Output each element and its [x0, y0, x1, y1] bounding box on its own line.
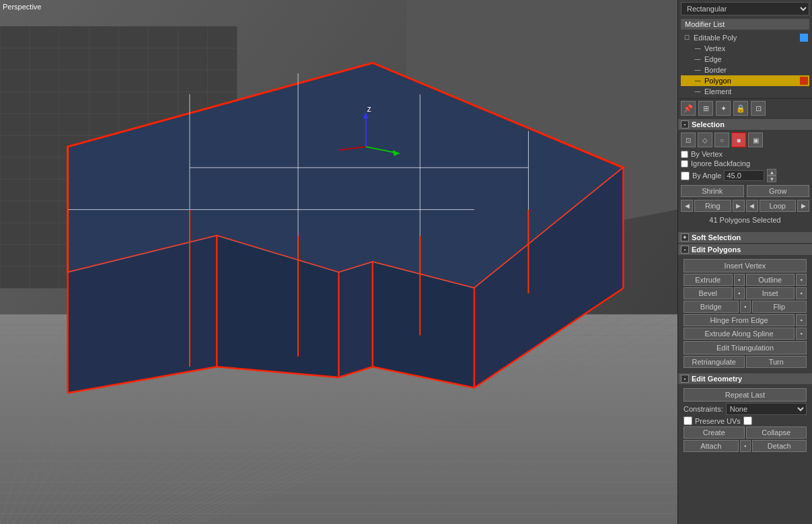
toolbar: 📌 ⊞ ✦ 🔒 ⊡	[678, 98, 812, 118]
bridge-button[interactable]: Bridge	[684, 301, 739, 313]
selection-panel: ⊡ ◇ ○ ■ ▣ By Vertex Ignore Backfacing By…	[678, 130, 812, 231]
bevel-inset-row: Bevel ▪ Inset ▪	[684, 287, 807, 299]
vertex-mode-icon[interactable]: ⊡	[681, 133, 696, 147]
tree-item-border[interactable]: — Border	[681, 65, 809, 75]
loop-prev-btn[interactable]: ◀	[746, 200, 758, 212]
preserve-uvs-checkbox[interactable]	[684, 416, 692, 425]
retriangulate-button[interactable]: Retriangulate	[684, 356, 745, 368]
turn-button[interactable]: Turn	[746, 356, 807, 368]
shrink-button[interactable]: Shrink	[681, 185, 744, 197]
ring-next-btn[interactable]: ▶	[733, 200, 745, 212]
modifier-dropdown[interactable]: Rectangular	[681, 2, 809, 15]
subobject-icon-row: ⊡ ◇ ○ ■ ▣	[681, 133, 809, 147]
extrude-outline-row: Extrude ▪ Outline ▪	[684, 274, 807, 286]
tree-item-edge[interactable]: — Edge	[681, 54, 809, 65]
angle-input[interactable]	[724, 170, 764, 181]
angle-up-btn[interactable]: ▲	[767, 169, 776, 176]
bevel-settings-btn[interactable]: ▪	[734, 287, 745, 299]
make-unique-btn[interactable]: ✦	[716, 101, 731, 116]
ring-prev-btn[interactable]: ◀	[681, 200, 693, 212]
repeat-last-button[interactable]: Repeat Last	[684, 388, 807, 402]
attach-settings-btn[interactable]: ▪	[740, 440, 751, 452]
edit-geometry-header-label: Edit Geometry	[692, 375, 742, 383]
retriangulate-turn-row: Retriangulate Turn	[684, 356, 807, 368]
outline-settings-btn[interactable]: ▪	[796, 274, 807, 286]
hinge-from-edge-button[interactable]: Hinge From Edge	[684, 314, 795, 326]
remove-modifier-btn[interactable]: 🔒	[733, 101, 748, 116]
by-angle-row: By Angle ▲ ▼	[681, 169, 809, 182]
hinge-settings-btn[interactable]: ▪	[796, 314, 807, 326]
modifier-list-label: Modifier List	[681, 19, 809, 30]
edit-polygons-panel: Insert Vertex Extrude ▪ Outline ▪ Bevel …	[678, 255, 812, 372]
attach-detach-row: Attach ▪ Detach	[684, 440, 807, 452]
tree-item-polygon[interactable]: — Polygon	[681, 75, 809, 86]
ignore-backfacing-checkbox[interactable]	[681, 160, 688, 167]
selection-toggle: -	[681, 120, 689, 128]
extrude-spline-settings-btn[interactable]: ▪	[796, 328, 807, 340]
create-button[interactable]: Create	[684, 426, 745, 439]
extrude-along-spline-button[interactable]: Extrude Along Spline	[684, 328, 795, 340]
selection-section-header[interactable]: - Selection	[678, 119, 812, 130]
viewport[interactable]: Perspective	[0, 0, 677, 524]
angle-down-btn[interactable]: ▼	[767, 176, 776, 182]
preserve-uvs-checkbox2[interactable]	[743, 416, 752, 425]
by-vertex-label: By Vertex	[691, 150, 723, 158]
by-vertex-row: By Vertex	[681, 150, 809, 158]
create-collapse-row: Create Collapse	[684, 426, 807, 439]
inset-button[interactable]: Inset	[746, 287, 795, 299]
dash-icon: —	[693, 44, 702, 53]
dash-icon: —	[693, 65, 702, 75]
shrink-grow-row: Shrink Grow	[681, 185, 809, 197]
collapse-button[interactable]: Collapse	[746, 426, 807, 439]
bridge-settings-btn[interactable]: ▪	[740, 301, 751, 313]
by-angle-label: By Angle	[692, 172, 721, 180]
tree-item-vertex[interactable]: — Vertex	[681, 43, 809, 54]
bevel-button[interactable]: Bevel	[684, 287, 733, 299]
inset-settings-btn[interactable]: ▪	[796, 287, 807, 299]
edit-polygons-header-label: Edit Polygons	[692, 246, 741, 254]
loop-button[interactable]: Loop	[760, 200, 797, 212]
bridge-flip-row: Bridge ▪ Flip	[684, 301, 807, 313]
loop-next-btn[interactable]: ▶	[797, 200, 809, 212]
attach-button[interactable]: Attach	[684, 440, 739, 452]
edit-triangulation-button[interactable]: Edit Triangulation	[684, 341, 807, 354]
detach-button[interactable]: Detach	[752, 440, 807, 452]
edit-geometry-toggle: -	[681, 375, 689, 383]
flip-button[interactable]: Flip	[752, 301, 807, 313]
constraints-row: Constraints: None Edge Face Normal	[684, 403, 807, 415]
element-mode-icon[interactable]: ▣	[748, 133, 763, 147]
edit-polygons-section-header[interactable]: - Edit Polygons	[678, 244, 812, 255]
by-vertex-checkbox[interactable]	[681, 151, 688, 158]
selection-status: 41 Polygons Selected	[681, 215, 809, 225]
tree-item-editable-poly[interactable]: ☐ Editable Poly	[681, 32, 809, 43]
soft-selection-header-label: Soft Selection	[692, 233, 741, 241]
edge-mode-icon[interactable]: ◇	[698, 133, 712, 147]
polygon-mode-icon[interactable]: ■	[731, 133, 746, 147]
show-end-result-btn[interactable]: ⊞	[698, 101, 713, 116]
viewport-canvas[interactable]	[0, 0, 677, 524]
right-panel: Rectangular Modifier List ☐ Editable Pol…	[677, 0, 812, 524]
soft-selection-section-header[interactable]: + Soft Selection	[678, 232, 812, 243]
dash-icon: —	[693, 76, 702, 85]
edit-polygons-toggle: -	[681, 246, 689, 254]
preserve-uvs-row: Preserve UVs	[684, 416, 807, 425]
outline-button[interactable]: Outline	[746, 274, 795, 286]
ring-button[interactable]: Ring	[694, 200, 731, 212]
dash-icon: —	[693, 54, 702, 64]
extrude-button[interactable]: Extrude	[684, 274, 733, 286]
tree-item-element[interactable]: — Element	[681, 86, 809, 97]
extrude-along-spline-row: Extrude Along Spline ▪	[684, 328, 807, 340]
grow-button[interactable]: Grow	[747, 185, 810, 197]
edit-geometry-section-header[interactable]: - Edit Geometry	[678, 373, 812, 384]
pin-stack-btn[interactable]: 📌	[681, 101, 696, 116]
configure-modifier-sets-btn[interactable]: ⊡	[751, 101, 766, 116]
preserve-uvs-label: Preserve UVs	[695, 417, 741, 425]
ignore-backfacing-label: Ignore Backfacing	[691, 159, 750, 167]
insert-vertex-button[interactable]: Insert Vertex	[684, 259, 807, 272]
constraints-select[interactable]: None Edge Face Normal	[726, 403, 807, 415]
extrude-settings-btn[interactable]: ▪	[734, 274, 745, 286]
viewport-label: Perspective	[3, 3, 41, 11]
by-angle-checkbox[interactable]	[681, 172, 690, 180]
border-mode-icon[interactable]: ○	[714, 133, 729, 147]
polygon-color-swatch	[800, 77, 808, 85]
